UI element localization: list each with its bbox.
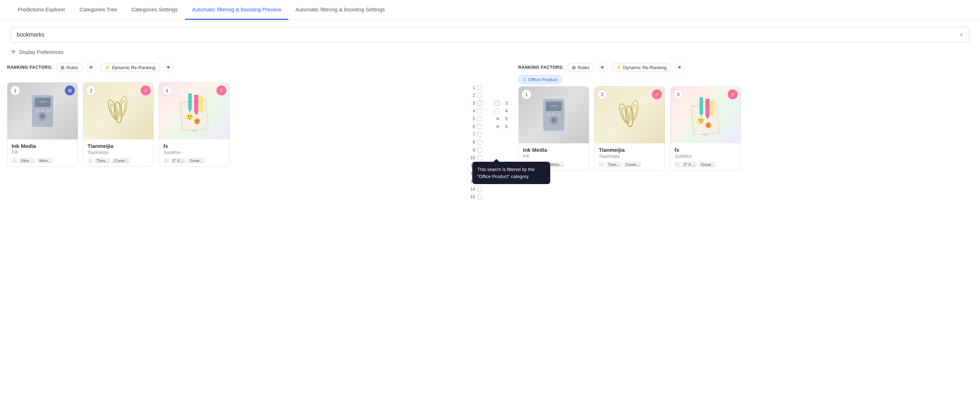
rank-num-4-right: 4 xyxy=(501,108,508,113)
rank-num-7: 7 xyxy=(469,132,475,137)
left-card-3: ©2015 3 ⚡ fx Just4fun - 2" X ... Great..… xyxy=(159,82,229,167)
right-dynamic-reranking-pill[interactable]: ⚡ Dynamic Re-Ranking xyxy=(611,63,671,72)
eye-icon: 👁 xyxy=(600,65,605,70)
rank-row-5: 5 5 xyxy=(469,115,508,123)
left-dynamic-eye[interactable]: 👁 xyxy=(164,62,173,72)
bolt-icon: ⚡ xyxy=(616,65,622,70)
svg-text:CLEAR: CLEAR xyxy=(39,101,46,103)
right-card-3-badge: ⚡ xyxy=(728,89,738,99)
right-card-1-title: Ink Media xyxy=(523,147,585,153)
display-preferences[interactable]: 👁 Display Preferences xyxy=(0,46,980,61)
right-card-2-tags: - Thes... Come... xyxy=(599,162,660,168)
right-rules-pill[interactable]: ⊞ Rules xyxy=(567,63,594,72)
right-card-1-subtitle: Fifi xyxy=(523,153,585,159)
left-dynamic-reranking-pill[interactable]: ⚡ Dynamic Re-Ranking xyxy=(100,63,160,72)
svg-point-52 xyxy=(705,122,711,128)
svg-text:©2015: ©2015 xyxy=(703,134,708,136)
left-card-1: CLEAR 1 ⊞ Ink Media Fifi - Ultra ... Win… xyxy=(7,82,78,167)
rank-checkbox-3-left[interactable] xyxy=(477,101,482,106)
tag: - xyxy=(12,158,18,163)
left-card-3-badge: ⚡ xyxy=(216,86,226,96)
tab-auto-filter-settings[interactable]: Automatic filtering & boosting Settings xyxy=(288,0,392,20)
rank-checkbox-15[interactable] xyxy=(477,195,482,199)
left-rules-pill[interactable]: ⊞ Rules xyxy=(56,63,83,72)
right-card-2-position: 2 xyxy=(597,89,607,99)
tooltip-arrow xyxy=(493,159,499,162)
rank-checkbox-14[interactable] xyxy=(477,187,482,191)
rank-checkbox-9[interactable] xyxy=(477,148,482,153)
rules-icon: ⊞ xyxy=(572,65,576,70)
rank-num-1: 1 xyxy=(469,85,475,90)
right-card-1: CLEAR 1 Ink Media Fifi - Ultra ... Winn.… xyxy=(519,86,589,171)
filter-chip-container: ▽ Office Product xyxy=(519,75,973,84)
rank-checkbox-6-left[interactable] xyxy=(477,124,482,129)
svg-point-31 xyxy=(551,118,557,123)
right-card-3-body: fx Just4fun - 2" X ... Great... xyxy=(670,143,740,170)
left-card-2-body: Tianmeijia Tianmeijia - Thes... Come... xyxy=(83,139,153,166)
filter-chip-label: Office Product xyxy=(528,77,557,82)
left-card-1-badge: ⊞ xyxy=(65,86,75,96)
filter-icon: ▽ xyxy=(523,77,526,82)
rank-num-14: 14 xyxy=(469,187,475,191)
svg-rect-43 xyxy=(705,99,710,116)
svg-rect-15 xyxy=(194,95,199,112)
right-dynamic-eye[interactable]: 👁 xyxy=(675,62,685,72)
rank-checkbox-5-left[interactable] xyxy=(477,116,482,121)
tab-categories-settings[interactable]: Categories Settings xyxy=(124,0,185,20)
svg-point-9 xyxy=(109,104,118,119)
rank-num-9: 9 xyxy=(469,148,475,153)
svg-rect-34 xyxy=(557,113,560,116)
tab-categories-tree[interactable]: Categories Tree xyxy=(72,0,124,20)
rank-checkbox-4-left[interactable] xyxy=(477,108,482,113)
rank-checkbox-10[interactable] xyxy=(477,155,482,160)
search-clear-button[interactable]: × xyxy=(959,32,963,38)
tag: Great... xyxy=(699,162,716,168)
rank-checkbox-3-right[interactable] xyxy=(494,101,499,106)
right-ranking-factors-label: RANKING FACTORS: xyxy=(519,65,564,70)
left-card-3-body: fx Just4fun - 2" X ... Great... xyxy=(159,139,229,166)
svg-rect-5 xyxy=(41,110,44,112)
left-card-2-subtitle: Tianmeijia xyxy=(88,150,149,155)
tag: 2" X ... xyxy=(682,162,698,168)
left-section: RANKING FACTORS: ⊞ Rules 👁 ⚡ Dynamic Re-… xyxy=(0,62,465,167)
svg-point-50 xyxy=(699,120,700,121)
right-ranking-factors: RANKING FACTORS: ⊞ Rules 👁 ⚡ Dynamic Re-… xyxy=(519,62,973,72)
left-card-2-tags: - Thes... Come... xyxy=(88,158,149,163)
tag: Thes... xyxy=(606,162,622,168)
search-box: × xyxy=(11,27,969,43)
tab-predictions-explorer[interactable]: Predictions Explorer xyxy=(11,0,72,20)
rank-num-3-right: 3 xyxy=(501,101,508,106)
tag: 2" X ... xyxy=(170,158,186,163)
tag: Come... xyxy=(623,162,641,168)
rank-num-2: 2 xyxy=(469,93,475,98)
search-input[interactable] xyxy=(17,32,959,38)
rank-row-10: 10 xyxy=(469,154,508,162)
tag: - xyxy=(163,158,169,163)
display-prefs-label: Display Preferences xyxy=(19,49,64,55)
svg-rect-6 xyxy=(46,110,49,112)
rank-num-10: 10 xyxy=(469,155,475,160)
right-rules-eye[interactable]: 👁 xyxy=(598,62,608,72)
rank-checkbox-8[interactable] xyxy=(477,140,482,145)
rank-checkbox-2[interactable] xyxy=(477,93,482,98)
tooltip-text: This search is filtered by the "Office P… xyxy=(477,167,535,179)
tab-auto-filter-preview[interactable]: Automatic filtering & boosting Preview xyxy=(185,0,288,20)
office-product-filter-chip[interactable]: ▽ Office Product xyxy=(519,75,562,84)
rank-checkbox-4-right[interactable] xyxy=(494,108,499,113)
rank-num-6-left: 6 xyxy=(469,124,475,129)
rank-num-3-left: 3 xyxy=(469,101,475,106)
right-card-2-body: Tianmeijia Tianmeijia - Thes... Come... xyxy=(595,143,665,170)
nav-tabs: Predictions Explorer Categories Tree Cat… xyxy=(0,0,980,20)
left-card-1-position: 1 xyxy=(10,86,20,96)
tag: Come... xyxy=(112,158,130,163)
eye-icon: 👁 xyxy=(11,49,16,55)
rank-row-4: 4 4 xyxy=(469,107,508,115)
svg-point-51 xyxy=(702,120,703,121)
left-card-1-body: Ink Media Fifi - Ultra ... Winn... xyxy=(8,139,78,166)
rank-checkbox-1[interactable] xyxy=(477,85,482,90)
left-rules-eye[interactable]: 👁 xyxy=(86,62,96,72)
rank-row-6: 6 6 xyxy=(469,123,508,131)
right-card-3-tags: - 2" X ... Great... xyxy=(675,162,736,168)
tag: Winn... xyxy=(548,162,565,168)
rank-checkbox-7[interactable] xyxy=(477,132,482,137)
